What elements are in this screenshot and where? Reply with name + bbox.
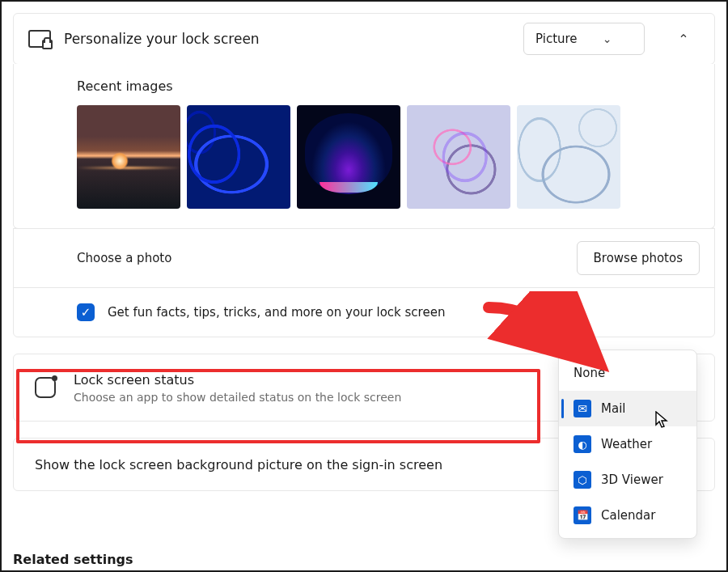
recent-images-section: Recent images — [13, 64, 715, 229]
settings-window: Personalize your lock screen Picture ⌄ ⌃… — [0, 0, 728, 572]
status-option-3dviewer[interactable]: 3D Viewer — [559, 462, 696, 498]
browse-photos-button[interactable]: Browse photos — [577, 241, 700, 275]
recent-image-0[interactable] — [77, 105, 180, 209]
status-option-label: None — [574, 366, 605, 380]
recent-image-1[interactable] — [187, 105, 290, 209]
weather-icon — [574, 435, 591, 453]
recent-image-3[interactable] — [407, 105, 510, 209]
status-option-label: Mail — [601, 401, 625, 416]
status-option-weather[interactable]: Weather — [559, 426, 696, 462]
personalize-title: Personalize your lock screen — [64, 31, 260, 47]
recent-images-title: Recent images — [77, 78, 700, 94]
status-apps-flyout: None Mail Weather 3D Viewer Calendar — [558, 350, 697, 539]
personalize-row: Personalize your lock screen Picture ⌄ ⌃ — [13, 13, 715, 65]
status-option-none[interactable]: None — [559, 355, 696, 391]
status-subtitle: Choose an app to show detailed status on… — [74, 391, 401, 404]
recent-thumbs — [77, 105, 700, 209]
status-option-calendar[interactable]: Calendar — [559, 498, 696, 533]
status-title: Lock screen status — [74, 372, 401, 388]
recent-image-4[interactable] — [517, 105, 620, 209]
fun-facts-row: Get fun facts, tips, tricks, and more on… — [13, 287, 715, 337]
fun-facts-checkbox[interactable] — [77, 303, 95, 321]
lock-type-dropdown[interactable]: Picture ⌄ — [523, 23, 645, 55]
status-option-label: 3D Viewer — [601, 472, 663, 487]
status-option-label: Calendar — [601, 508, 655, 523]
status-text-block: Lock screen status Choose an app to show… — [74, 372, 401, 404]
related-settings-heading: Related settings — [13, 552, 133, 567]
chevron-up-icon: ⌃ — [678, 32, 688, 47]
recent-image-2[interactable] — [297, 105, 400, 209]
browse-photos-label: Browse photos — [594, 251, 683, 265]
mail-icon — [574, 400, 591, 417]
monitor-lock-icon — [28, 30, 51, 48]
choose-photo-label: Choose a photo — [77, 251, 171, 265]
choose-photo-row: Choose a photo Browse photos — [13, 228, 715, 288]
status-option-mail[interactable]: Mail — [559, 391, 696, 426]
lock-type-value: Picture — [535, 32, 578, 46]
fun-facts-label: Get fun facts, tips, tricks, and more on… — [108, 305, 445, 320]
app-status-icon — [35, 377, 56, 398]
chevron-down-icon: ⌄ — [602, 32, 613, 45]
show-bg-label: Show the lock screen background picture … — [35, 457, 442, 472]
status-option-label: Weather — [601, 437, 652, 451]
calendar-icon — [574, 506, 591, 524]
collapse-button[interactable]: ⌃ — [667, 23, 700, 55]
cube-icon — [574, 471, 591, 489]
